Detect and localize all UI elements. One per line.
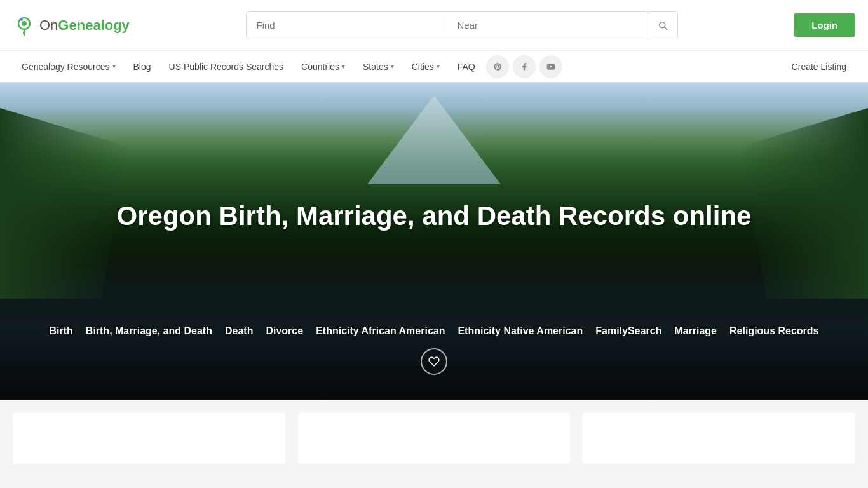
nav-item-blog[interactable]: Blog bbox=[125, 51, 160, 83]
login-button[interactable]: Login bbox=[794, 13, 855, 37]
logo[interactable]: OnGenealogy bbox=[13, 14, 130, 37]
header: OnGenealogy Login bbox=[0, 0, 868, 51]
logo-icon bbox=[13, 14, 36, 37]
chevron-down-icon: ▾ bbox=[437, 63, 440, 70]
pinterest-social-icon[interactable] bbox=[486, 55, 509, 78]
svg-point-1 bbox=[22, 21, 27, 26]
tag-death[interactable]: Death bbox=[225, 325, 253, 337]
tag-religious-records[interactable]: Religious Records bbox=[729, 325, 818, 337]
logo-text: OnGenealogy bbox=[39, 17, 130, 34]
search-find-input[interactable] bbox=[247, 20, 447, 30]
nav-item-faq[interactable]: FAQ bbox=[449, 51, 484, 83]
hero-heart-button[interactable] bbox=[421, 348, 447, 375]
svg-point-2 bbox=[20, 18, 23, 21]
bottom-section bbox=[0, 400, 868, 477]
hero-section: Oregon Birth, Marriage, and Death Record… bbox=[0, 83, 868, 400]
search-bar bbox=[246, 11, 678, 39]
chevron-down-icon: ▾ bbox=[391, 63, 394, 70]
main-nav: Genealogy Resources ▾ Blog US Public Rec… bbox=[0, 51, 868, 83]
heart-icon bbox=[428, 356, 440, 367]
nav-item-create-listing[interactable]: Create Listing bbox=[783, 51, 855, 83]
tag-divorce[interactable]: Divorce bbox=[266, 325, 303, 337]
tag-birth-marriage-death[interactable]: Birth, Marriage, and Death bbox=[86, 325, 212, 337]
nav-item-states[interactable]: States ▾ bbox=[354, 51, 403, 83]
tag-ethnicity-african-american[interactable]: Ethnicity African American bbox=[316, 325, 445, 337]
chevron-down-icon: ▾ bbox=[342, 63, 345, 70]
facebook-social-icon[interactable] bbox=[513, 55, 536, 78]
hero-tags-container: Birth Birth, Marriage, and Death Death D… bbox=[43, 325, 824, 337]
nav-item-cities[interactable]: Cities ▾ bbox=[403, 51, 449, 83]
tag-marriage[interactable]: Marriage bbox=[674, 325, 717, 337]
search-near-input[interactable] bbox=[447, 20, 648, 30]
tag-familysearch[interactable]: FamilySearch bbox=[595, 325, 661, 337]
tag-ethnicity-native-american[interactable]: Ethnicity Native American bbox=[458, 325, 583, 337]
bottom-card-2 bbox=[298, 413, 571, 464]
nav-item-genealogy-resources[interactable]: Genealogy Resources ▾ bbox=[13, 51, 125, 83]
nav-item-countries[interactable]: Countries ▾ bbox=[292, 51, 354, 83]
nav-item-us-public-records[interactable]: US Public Records Searches bbox=[160, 51, 293, 83]
chevron-down-icon: ▾ bbox=[112, 63, 116, 70]
search-icon bbox=[657, 20, 668, 31]
hero-title: Oregon Birth, Marriage, and Death Record… bbox=[43, 200, 824, 232]
bottom-card-3 bbox=[583, 413, 855, 464]
tag-birth[interactable]: Birth bbox=[49, 325, 72, 337]
youtube-social-icon[interactable] bbox=[539, 55, 562, 78]
bottom-card-1 bbox=[13, 413, 285, 464]
search-button[interactable] bbox=[648, 11, 677, 39]
